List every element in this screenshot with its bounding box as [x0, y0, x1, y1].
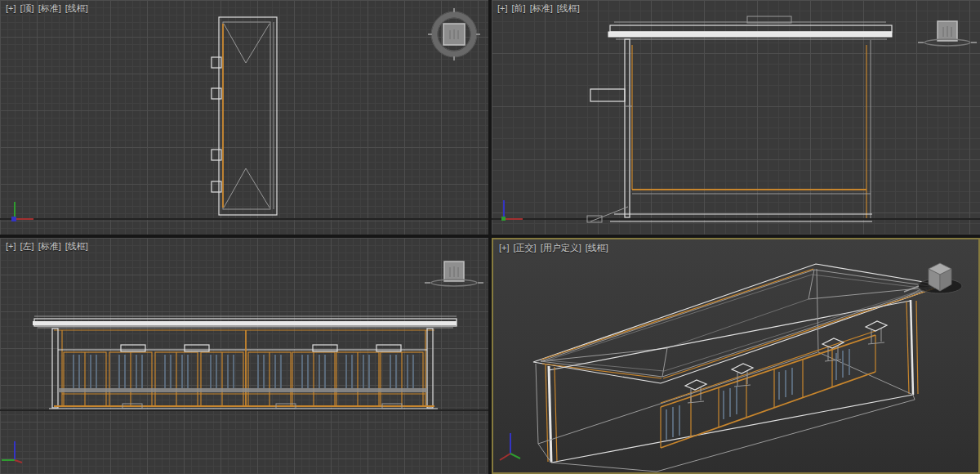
viewcube-orthographic[interactable] — [493, 239, 978, 472]
viewport-shading-label[interactable]: [线框] — [65, 241, 88, 251]
viewport-shading-label[interactable]: [线框] — [65, 3, 88, 13]
viewport-pov-label[interactable]: [左] — [20, 241, 34, 251]
viewport-style-label[interactable]: [标准] — [38, 3, 61, 13]
viewport-menu-label[interactable]: [+] — [499, 243, 510, 253]
viewcube-left[interactable] — [0, 238, 488, 474]
viewport-menu-label[interactable]: [+] — [6, 241, 16, 251]
viewport-menu-label[interactable]: [+] — [6, 3, 16, 13]
viewport-label-bar: [+][顶][标准][线框] — [6, 2, 92, 14]
viewport-pov-label[interactable]: [正交] — [514, 243, 537, 253]
viewport-label-bar: [+][正交][用户定义][线框] — [499, 242, 612, 253]
viewport-pov-label[interactable]: [前] — [512, 3, 526, 13]
viewport-shading-label[interactable]: [线框] — [586, 243, 608, 253]
viewcube-top[interactable] — [0, 0, 488, 235]
viewport-pov-label[interactable]: [顶] — [20, 3, 34, 13]
viewport-top[interactable]: [+][顶][标准][线框] — [0, 0, 488, 235]
viewport-style-label[interactable]: [标准] — [530, 3, 553, 13]
viewport-front[interactable]: [+][前][标准][线框] — [492, 0, 980, 235]
viewport-quad-layout: [+][顶][标准][线框] — [0, 0, 980, 474]
viewport-splitter-horizontal[interactable] — [0, 235, 980, 238]
viewport-style-label[interactable]: [用户定义] — [541, 243, 581, 253]
viewport-menu-label[interactable]: [+] — [497, 3, 508, 13]
viewport-shading-label[interactable]: [线框] — [557, 3, 580, 13]
viewport-label-bar: [+][前][标准][线框] — [497, 2, 584, 14]
viewport-style-label[interactable]: [标准] — [38, 241, 61, 251]
viewport-label-bar: [+][左][标准][线框] — [6, 240, 92, 252]
viewport-left[interactable]: [+][左][标准][线框] — [0, 238, 488, 474]
viewport-orthographic[interactable]: [+][正交][用户定义][线框] — [492, 238, 980, 474]
viewcube-front[interactable] — [492, 0, 980, 235]
